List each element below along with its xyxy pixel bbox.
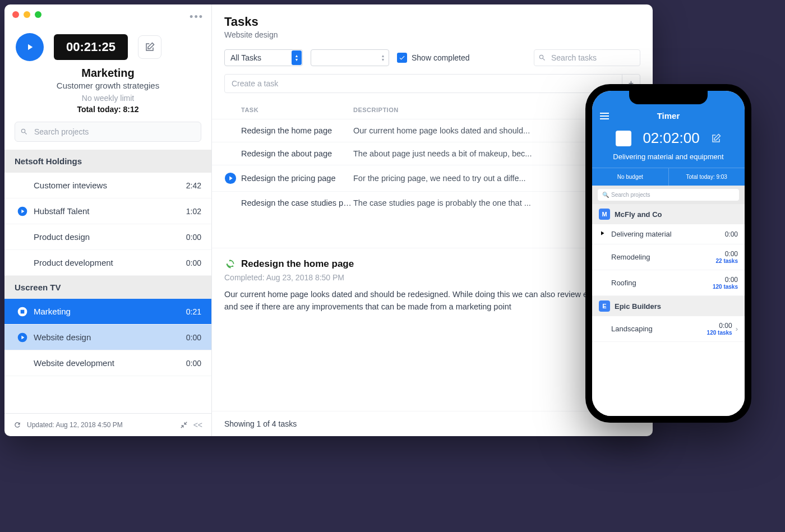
play-button[interactable] (16, 33, 44, 61)
project-subtitle: Customer growth strategies (16, 81, 200, 90)
desktop-app-window: ••• 00:21:25 Marketing Customer growth s… (4, 4, 653, 436)
search-icon (538, 54, 546, 62)
phone-timer-display: 02:02:00 (643, 129, 699, 147)
hamburger-icon[interactable] (600, 113, 609, 119)
minimize-icon[interactable] (24, 11, 30, 18)
updated-label: Updated: Aug 12, 2018 4:50 PM (27, 421, 123, 429)
edit-button[interactable] (138, 35, 161, 59)
project-item[interactable]: Website development0:00 (4, 350, 211, 376)
detail-body: Our current home page looks dated and sh… (224, 289, 640, 313)
project-label: Marketing (34, 307, 71, 316)
task-name: Redesign the about page (241, 149, 353, 158)
phone-title: Timer (609, 111, 728, 121)
refresh-icon[interactable] (13, 421, 21, 429)
edit-icon (145, 42, 155, 52)
project-label: Hubstaff Talent (34, 206, 90, 216)
maximize-icon[interactable] (35, 11, 41, 18)
main-footer: Showing 1 of 4 tasks (212, 411, 653, 436)
search-tasks-input[interactable] (534, 49, 640, 66)
breadcrumb: Website design (224, 30, 640, 39)
phone-project-label: Roofing (611, 279, 636, 287)
sidebar: ••• 00:21:25 Marketing Customer growth s… (4, 4, 212, 436)
org-header: Netsoft Holdings (4, 150, 211, 173)
phone-project-label: Remodeling (611, 253, 650, 261)
project-list: Netsoft HoldingsCustomer inteviews2:42Hu… (4, 150, 211, 413)
project-item[interactable]: Website design0:00 (4, 325, 211, 350)
project-time: 0:21 (186, 307, 201, 316)
search-tasks (534, 49, 640, 66)
phone-frame: Timer 02:02:00 Delivering material and e… (585, 84, 751, 423)
edit-icon[interactable] (711, 133, 721, 144)
create-task: + (224, 74, 640, 93)
search-icon (20, 128, 28, 136)
phone-project-item[interactable]: Roofing0:00120 tasks (592, 270, 745, 296)
total-today: Total today: 8:12 (16, 105, 200, 114)
stop-button[interactable] (616, 131, 631, 146)
svg-rect-2 (21, 309, 25, 313)
project-label: Customer inteviews (34, 181, 107, 190)
main-header: Tasks Website design (212, 4, 653, 44)
project-item[interactable]: Customer inteviews2:42 (4, 173, 211, 198)
project-time: 0:00 (186, 359, 201, 368)
org-header: Uscreen TV (4, 276, 211, 299)
phone-search[interactable]: 🔍Search projects (592, 186, 745, 204)
project-item[interactable]: Product development0:00 (4, 250, 211, 276)
close-icon[interactable] (12, 11, 19, 18)
phone-project-item[interactable]: Landscaping0:00120 tasks› (592, 316, 745, 342)
create-task-input[interactable] (225, 75, 622, 92)
project-time: 0:00 (186, 333, 201, 342)
filter-secondary[interactable]: ▲▼ (311, 49, 389, 66)
phone-project-item[interactable]: Delivering material0:00 (592, 224, 745, 244)
task-name: Redesign the case studies pa... (241, 198, 353, 207)
minimize-panel-icon[interactable] (180, 421, 188, 429)
phone-total: Total today: 9:03 (669, 168, 745, 186)
show-completed-toggle[interactable]: Show completed (397, 53, 470, 63)
project-label: Product design (34, 232, 90, 242)
play-icon (25, 42, 35, 52)
timer-display: 00:21:25 (54, 34, 128, 60)
sidebar-footer: Updated: Aug 12, 2018 4:50 PM << (4, 413, 211, 436)
stop-icon (17, 306, 28, 317)
project-item[interactable]: Marketing0:21 (4, 299, 211, 325)
page-title: Tasks (224, 15, 640, 29)
phone-budget: No budget (592, 168, 669, 186)
project-time: 0:00 (186, 233, 201, 242)
weekly-limit: No weekly limit (16, 94, 200, 103)
completed-label: Completed: Aug 23, 2018 8:50 PM (224, 273, 640, 282)
project-title: Marketing (16, 67, 200, 80)
select-arrows-icon: ▲▼ (378, 50, 388, 65)
checkbox-icon (397, 53, 407, 63)
phone-project-item[interactable]: Remodeling0:0022 tasks (592, 244, 745, 270)
phone-header: Timer 02:02:00 Delivering material and e… (592, 91, 745, 186)
phone-task-label: Delivering material and equipment (592, 149, 745, 168)
chevron-right-icon: › (736, 325, 738, 333)
select-arrows-icon: ▲▼ (292, 50, 302, 65)
play-icon (17, 332, 28, 343)
project-item[interactable]: Hubstaff Talent1:02 (4, 198, 211, 224)
phone-org-header: EEpic Builders (592, 296, 745, 316)
detail-title: Redesign the home page (241, 258, 354, 270)
collapse-icon[interactable]: << (193, 420, 202, 429)
play-icon (17, 206, 28, 217)
search-projects (15, 122, 201, 142)
project-label: Product development (34, 258, 113, 267)
search-projects-input[interactable] (15, 122, 201, 142)
phone-project-label: Delivering material (611, 230, 672, 238)
project-label: Website development (34, 358, 114, 368)
phone-project-label: Landscaping (611, 325, 653, 333)
org-avatar: E (599, 300, 610, 312)
phone-notch (629, 91, 708, 104)
project-time: 2:42 (186, 181, 201, 190)
task-name: Redesign the pricing page (241, 174, 353, 183)
project-header: Marketing Customer growth strategies No … (4, 67, 211, 122)
play-icon[interactable] (224, 172, 237, 184)
filter-all-tasks[interactable]: All Tasks ▲▼ (224, 49, 303, 66)
more-menu-icon[interactable]: ••• (190, 11, 204, 23)
project-item[interactable]: Product design0:00 (4, 224, 211, 250)
org-avatar: M (599, 209, 610, 220)
recycle-icon (224, 258, 236, 270)
phone-screen: Timer 02:02:00 Delivering material and e… (592, 91, 745, 416)
play-icon (599, 230, 606, 238)
project-time: 0:00 (186, 258, 201, 267)
phone-org-header: MMcFly and Co (592, 204, 745, 224)
